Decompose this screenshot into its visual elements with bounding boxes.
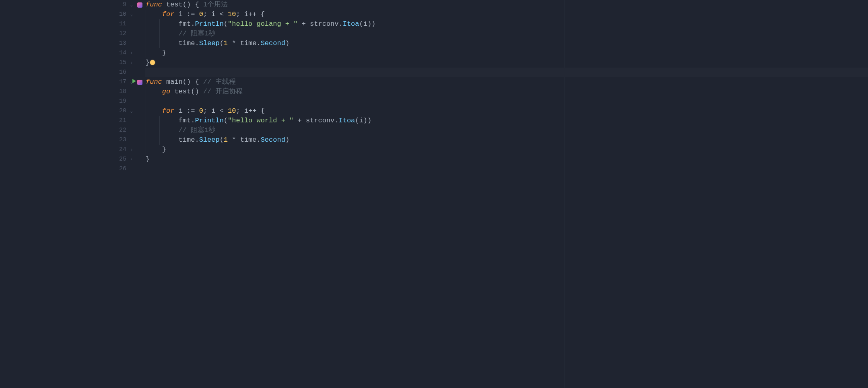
code-token: (i)) — [355, 117, 371, 124]
indent-guide — [146, 10, 146, 19]
code-token: ) — [285, 39, 289, 47]
code-token: () { — [183, 1, 203, 8]
code-token: ( — [224, 117, 228, 124]
line-number[interactable]: 23 — [109, 135, 145, 145]
code-token — [146, 126, 179, 134]
line-gutter[interactable]: 9⌄10⌄11121314›15›1617⌄181920⌄21222324›25… — [109, 0, 145, 388]
code-token: test() — [174, 88, 203, 95]
fold-close-icon[interactable]: › — [130, 48, 133, 58]
code-line[interactable]: fmt.Println("hello world + " + strconv.I… — [145, 116, 868, 126]
code-line[interactable]: time.Sleep(1 * time.Second) — [145, 135, 868, 145]
code-token: func — [146, 1, 166, 8]
code-token: 1个用法 — [203, 1, 228, 8]
lightbulb-icon[interactable] — [150, 60, 155, 65]
code-line[interactable]: } — [145, 58, 868, 68]
code-token: for — [162, 10, 179, 18]
code-token: i := — [179, 107, 199, 115]
fold-open-icon[interactable]: ⌄ — [130, 10, 133, 19]
fold-close-icon[interactable]: › — [130, 58, 133, 68]
code-line[interactable]: // 阻塞1秒 — [145, 126, 868, 135]
code-token: 1 — [224, 136, 228, 144]
code-token: fmt. — [146, 117, 195, 124]
code-token: 0 — [199, 10, 203, 18]
function-icon[interactable] — [137, 80, 142, 85]
code-editor[interactable]: 9⌄10⌄11121314›15›1617⌄181920⌄21222324›25… — [109, 0, 868, 388]
code-token — [146, 88, 162, 95]
indent-guide — [146, 135, 146, 145]
code-line[interactable]: // 阻塞1秒 — [145, 29, 868, 39]
code-line[interactable]: go test() // 开启协程 — [145, 87, 868, 97]
code-line[interactable]: } — [145, 145, 868, 155]
line-number[interactable]: 19 — [109, 97, 145, 106]
line-number[interactable]: 14› — [109, 48, 145, 58]
code-token: 1 — [224, 39, 228, 47]
code-token: ; i < — [203, 107, 228, 115]
code-token: * time. — [228, 39, 261, 47]
code-token: main — [166, 78, 183, 86]
line-number[interactable]: 17⌄ — [109, 77, 145, 87]
code-token: Itoa — [343, 20, 359, 28]
line-number[interactable]: 20⌄ — [109, 106, 145, 116]
indent-guide — [159, 39, 160, 48]
code-token: Println — [195, 20, 223, 28]
line-number[interactable]: 26 — [109, 164, 145, 174]
line-number[interactable]: 13 — [109, 39, 145, 48]
code-token: func — [146, 78, 166, 86]
line-number[interactable]: 16 — [109, 68, 145, 77]
line-number[interactable]: 9⌄ — [109, 0, 145, 10]
code-token: } — [146, 146, 166, 153]
code-line[interactable] — [145, 97, 868, 106]
run-icon[interactable] — [132, 77, 136, 87]
code-token: 10 — [228, 10, 236, 18]
fold-close-icon[interactable]: › — [130, 145, 133, 155]
code-line[interactable]: } — [145, 48, 868, 58]
indent-guide — [146, 126, 146, 135]
code-token: // 主线程 — [203, 78, 236, 86]
line-number[interactable]: 25› — [109, 155, 145, 164]
code-token: () { — [183, 78, 203, 86]
code-token: time. — [146, 39, 199, 47]
code-line[interactable]: fmt.Println("hello golang + " + strconv.… — [145, 19, 868, 29]
code-token: // 开启协程 — [203, 88, 243, 95]
code-token: } — [146, 49, 166, 57]
line-number[interactable]: 24› — [109, 145, 145, 155]
indent-guide — [146, 97, 146, 106]
line-number[interactable]: 21 — [109, 116, 145, 126]
code-line[interactable] — [145, 164, 868, 174]
code-line[interactable]: time.Sleep(1 * time.Second) — [145, 39, 868, 48]
code-token — [146, 30, 179, 37]
indent-guide — [146, 116, 146, 126]
fold-close-icon[interactable]: › — [130, 155, 133, 164]
code-token: i := — [179, 10, 199, 18]
line-number[interactable]: 12 — [109, 29, 145, 39]
indent-guide — [146, 19, 146, 29]
indent-guide — [146, 48, 146, 58]
code-token: ) — [285, 136, 289, 144]
function-icon[interactable] — [137, 2, 142, 8]
line-number[interactable]: 10⌄ — [109, 10, 145, 19]
code-token: ; i++ { — [236, 10, 264, 18]
indent-guide — [146, 29, 146, 39]
code-token: // 阻塞1秒 — [179, 126, 216, 134]
code-area[interactable]: func test() { 1个用法 for i := 0; i < 10; i… — [145, 0, 868, 388]
code-line[interactable]: for i := 0; i < 10; i++ { — [145, 10, 868, 19]
code-line[interactable]: } — [145, 155, 868, 164]
code-token: Second — [261, 39, 285, 47]
code-line[interactable] — [145, 68, 868, 77]
fold-open-icon[interactable]: ⌄ — [130, 106, 133, 116]
line-number[interactable]: 15› — [109, 58, 145, 68]
code-token — [146, 10, 162, 18]
code-line[interactable]: func test() { 1个用法 — [145, 0, 868, 10]
fold-open-icon[interactable]: ⌄ — [130, 0, 133, 10]
code-line[interactable]: for i := 0; i < 10; i++ { — [145, 106, 868, 116]
editor-wrap: 9⌄10⌄11121314›15›1617⌄181920⌄21222324›25… — [0, 0, 868, 388]
code-token: go — [162, 88, 175, 95]
line-number[interactable]: 18 — [109, 87, 145, 97]
indent-guide — [159, 116, 160, 126]
code-line[interactable]: func main() { // 主线程 — [145, 77, 868, 87]
code-token: time. — [146, 136, 199, 144]
line-number[interactable]: 22 — [109, 126, 145, 135]
code-token: } — [146, 155, 150, 163]
line-number[interactable]: 11 — [109, 19, 145, 29]
code-token: ( — [220, 136, 224, 144]
